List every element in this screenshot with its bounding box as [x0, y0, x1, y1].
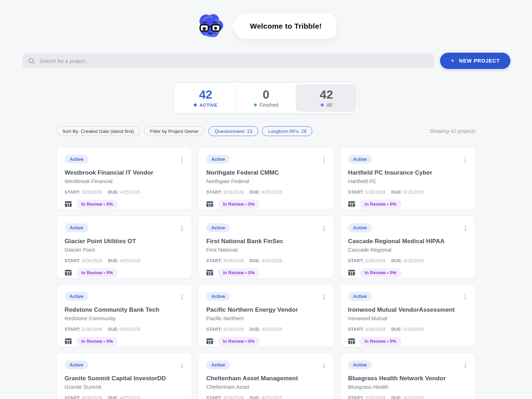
search-field[interactable]: [23, 54, 434, 68]
review-status-badge: In Review • 0%: [76, 268, 118, 277]
project-title: Bluegrass Health Network Vendor: [348, 375, 468, 382]
project-title: Pacific Northern Energy Vendor: [206, 306, 326, 313]
due-date: 4/25/2025: [404, 190, 424, 195]
due-date: 4/25/2025: [262, 190, 282, 195]
sort-by-chip[interactable]: Sort By: Created Date (latest first): [57, 126, 140, 136]
stat-finished[interactable]: 0 Finished: [236, 84, 296, 112]
project-card[interactable]: Active Ironwood Mutual VendorAssessment …: [340, 284, 476, 347]
stat-active-value: 42: [199, 88, 212, 101]
stat-all-value: 42: [320, 88, 333, 101]
all-dot-icon: [321, 104, 324, 106]
due-date: 4/25/2025: [262, 258, 282, 263]
search-icon: [28, 58, 35, 64]
stat-all[interactable]: 42 All: [296, 84, 357, 112]
due-label: DUE:: [108, 258, 119, 263]
more-options-button[interactable]: [463, 293, 467, 301]
due-label: DUE:: [249, 327, 260, 332]
table-icon: [206, 338, 213, 344]
project-dates: START: 3/26/2026 DUE: 4/25/2025: [206, 258, 326, 263]
project-card[interactable]: Active Pacific Northern Energy Vendor Pa…: [198, 284, 334, 347]
project-card[interactable]: Active Cascade Regional Medical HIPAA Ca…: [340, 216, 476, 278]
project-card[interactable]: Active Cheltenham Asset Management Chelt…: [198, 353, 334, 399]
project-card[interactable]: Active Northgate Federal CMMC Northgate …: [198, 147, 334, 210]
more-options-button[interactable]: [322, 362, 326, 370]
start-date: 3/26/2026: [224, 190, 244, 195]
more-options-button[interactable]: [322, 224, 326, 233]
project-card[interactable]: Active First National Bank FinSec First …: [198, 216, 334, 278]
stat-all-label: All: [326, 102, 332, 108]
status-badge: Active: [206, 223, 230, 232]
project-card[interactable]: Active Granite Summit Capital InvestorDD…: [57, 353, 192, 399]
project-card[interactable]: Active Hartfield PC Insurance Cyber Hart…: [340, 147, 476, 210]
start-date: 3/26/2026: [365, 327, 385, 332]
project-company: Hartfield PC: [348, 178, 468, 184]
questionnaire-chip[interactable]: Questionnaire: 13: [208, 126, 258, 136]
project-title: Westbrook Financial IT Vendor: [65, 169, 184, 176]
more-options-button[interactable]: [322, 293, 326, 301]
due-label: DUE:: [108, 327, 119, 332]
start-label: START:: [348, 190, 364, 195]
project-title: Northgate Federal CMMC: [206, 169, 326, 176]
project-dates: START: 3/26/2026 DUE: 4/25/2025: [348, 258, 468, 263]
active-dot-icon: [194, 104, 197, 106]
status-badge: Active: [348, 360, 372, 369]
longform-rfx-chip[interactable]: Longform RFx: 29: [262, 126, 312, 136]
start-date: 3/26/2026: [224, 258, 244, 263]
plus-icon: +: [451, 57, 455, 64]
project-company: Northgate Federal: [206, 178, 326, 184]
due-label: DUE:: [391, 258, 402, 263]
project-card[interactable]: Active Bluegrass Health Network Vendor B…: [340, 353, 476, 399]
project-dates: START: 3/26/2026 DUE: 4/25/2025: [348, 395, 468, 399]
more-options-button[interactable]: [180, 293, 184, 301]
start-label: START:: [65, 395, 81, 399]
welcome-speech-bubble: Welcome to Tribble!: [235, 13, 337, 39]
project-card[interactable]: Active Glacier Point Utilities OT Glacie…: [57, 216, 192, 278]
due-label: DUE:: [108, 395, 119, 399]
due-date: 4/25/2025: [404, 327, 424, 332]
stat-active[interactable]: 42 ACTIVE: [175, 84, 236, 112]
table-icon: [65, 201, 72, 207]
more-options-button[interactable]: [463, 156, 467, 164]
start-date: 3/26/2026: [224, 327, 244, 332]
tribble-mascot-icon: [196, 11, 225, 41]
more-options-button[interactable]: [180, 156, 184, 164]
start-label: START:: [348, 258, 364, 263]
table-icon: [348, 270, 355, 276]
due-date: 4/25/2025: [404, 258, 424, 263]
project-dates: START: 3/26/2026 DUE: 4/25/2025: [65, 190, 184, 195]
start-date: 3/26/2026: [82, 395, 102, 399]
project-company: Redstone Community: [65, 315, 184, 321]
project-dates: START: 3/26/2026 DUE: 4/25/2025: [65, 258, 184, 263]
more-options-button[interactable]: [180, 362, 184, 370]
project-company: Pacific Northern: [206, 315, 326, 321]
more-options-button[interactable]: [463, 362, 467, 370]
start-label: START:: [65, 327, 81, 332]
filter-owner-chip[interactable]: Filter by Project Owner: [144, 126, 204, 136]
table-icon: [206, 270, 213, 276]
more-options-button[interactable]: [322, 156, 326, 164]
due-date: 4/25/2025: [120, 327, 140, 332]
due-date: 4/25/2025: [404, 395, 424, 399]
more-options-button[interactable]: [180, 224, 184, 233]
project-company: Granite Summit: [65, 384, 184, 390]
due-date: 4/25/2025: [262, 395, 282, 399]
table-icon: [65, 338, 72, 344]
project-title: Ironwood Mutual VendorAssessment: [348, 306, 468, 313]
project-company: Glacier Point: [65, 247, 184, 253]
project-company: Ironwood Mutual: [348, 315, 468, 321]
search-input[interactable]: [39, 58, 429, 64]
search-row: + NEW PROJECT: [23, 53, 510, 69]
new-project-button[interactable]: + NEW PROJECT: [440, 53, 510, 69]
start-label: START:: [206, 258, 222, 263]
project-dates: START: 3/26/2026 DUE: 4/25/2025: [65, 395, 184, 399]
project-title: Hartfield PC Insurance Cyber: [348, 169, 468, 176]
project-dates: START: 3/26/2026 DUE: 4/25/2025: [206, 395, 326, 399]
project-card[interactable]: Active Westbrook Financial IT Vendor Wes…: [57, 147, 192, 210]
table-icon: [348, 201, 355, 207]
more-options-button[interactable]: [463, 224, 467, 233]
project-company: Cheltenham Asset: [206, 384, 326, 390]
project-card[interactable]: Active Redstone Community Bank Tech Reds…: [57, 284, 192, 347]
review-status-badge: In Review • 0%: [360, 337, 401, 346]
due-label: DUE:: [249, 258, 260, 263]
status-badge: Active: [206, 360, 230, 369]
